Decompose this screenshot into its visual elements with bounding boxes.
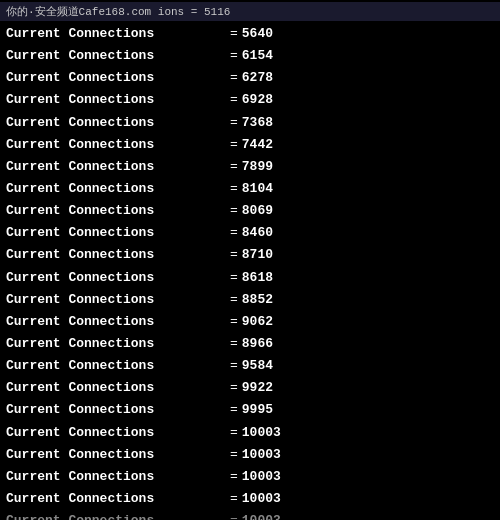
row-label: Current Connections — [6, 334, 226, 354]
table-row: Current Connections = 7368 — [0, 112, 500, 134]
row-equals: = — [230, 245, 238, 265]
row-value: 5640 — [242, 24, 273, 44]
row-equals: = — [230, 356, 238, 376]
row-equals: = — [230, 113, 238, 133]
row-equals: = — [230, 179, 238, 199]
table-row: Current Connections = 9995 — [0, 399, 500, 421]
row-value: 7368 — [242, 113, 273, 133]
row-label: Current Connections — [6, 511, 226, 520]
table-row: Current Connections = 8069 — [0, 200, 500, 222]
row-value: 8069 — [242, 201, 273, 221]
row-value: 7899 — [242, 157, 273, 177]
table-row: Current Connections = 8460 — [0, 222, 500, 244]
table-row: Current Connections = 5640 — [0, 23, 500, 45]
row-label: Current Connections — [6, 245, 226, 265]
row-value: 8966 — [242, 334, 273, 354]
table-row: Current Connections = 7442 — [0, 134, 500, 156]
row-label: Current Connections — [6, 157, 226, 177]
row-equals: = — [230, 268, 238, 288]
row-value: 10003 — [242, 511, 281, 520]
row-value: 10003 — [242, 423, 281, 443]
table-row: Current Connections = 10003 — [0, 466, 500, 488]
table-row: Current Connections = 8710 — [0, 244, 500, 266]
row-equals: = — [230, 290, 238, 310]
row-label: Current Connections — [6, 312, 226, 332]
table-row: Current Connections = 7899 — [0, 156, 500, 178]
row-value: 8104 — [242, 179, 273, 199]
row-equals: = — [230, 511, 238, 520]
row-label: Current Connections — [6, 68, 226, 88]
row-label: Current Connections — [6, 423, 226, 443]
table-row: Current Connections = 10003 — [0, 510, 500, 520]
row-value: 6154 — [242, 46, 273, 66]
row-label: Current Connections — [6, 489, 226, 509]
row-value: 9922 — [242, 378, 273, 398]
row-label: Current Connections — [6, 90, 226, 110]
row-label: Current Connections — [6, 400, 226, 420]
table-row: Current Connections = 10003 — [0, 488, 500, 510]
table-row: Current Connections = 10003 — [0, 422, 500, 444]
table-row: Current Connections = 8966 — [0, 333, 500, 355]
terminal-container: 你的·安全频道Cafe168.com ions = 5116 Current C… — [0, 0, 500, 520]
row-label: Current Connections — [6, 223, 226, 243]
row-equals: = — [230, 489, 238, 509]
header-bar: 你的·安全频道Cafe168.com ions = 5116 — [0, 2, 500, 21]
row-equals: = — [230, 24, 238, 44]
row-equals: = — [230, 334, 238, 354]
row-equals: = — [230, 467, 238, 487]
row-value: 10003 — [242, 445, 281, 465]
row-equals: = — [230, 46, 238, 66]
row-label: Current Connections — [6, 268, 226, 288]
row-label: Current Connections — [6, 467, 226, 487]
row-label: Current Connections — [6, 290, 226, 310]
table-row: Current Connections = 10003 — [0, 444, 500, 466]
row-label: Current Connections — [6, 179, 226, 199]
row-label: Current Connections — [6, 378, 226, 398]
row-equals: = — [230, 400, 238, 420]
row-value: 9584 — [242, 356, 273, 376]
table-row: Current Connections = 9062 — [0, 311, 500, 333]
row-value: 6928 — [242, 90, 273, 110]
table-row: Current Connections = 9922 — [0, 377, 500, 399]
row-equals: = — [230, 201, 238, 221]
row-label: Current Connections — [6, 445, 226, 465]
row-label: Current Connections — [6, 201, 226, 221]
row-label: Current Connections — [6, 24, 226, 44]
row-label: Current Connections — [6, 46, 226, 66]
table-row: Current Connections = 6154 — [0, 45, 500, 67]
row-equals: = — [230, 378, 238, 398]
table-row: Current Connections = 9584 — [0, 355, 500, 377]
row-value: 7442 — [242, 135, 273, 155]
row-equals: = — [230, 157, 238, 177]
row-value: 8710 — [242, 245, 273, 265]
row-equals: = — [230, 68, 238, 88]
row-value: 10003 — [242, 467, 281, 487]
row-value: 8852 — [242, 290, 273, 310]
row-equals: = — [230, 423, 238, 443]
row-value: 10003 — [242, 489, 281, 509]
row-label: Current Connections — [6, 135, 226, 155]
row-equals: = — [230, 312, 238, 332]
table-row: Current Connections = 8104 — [0, 178, 500, 200]
row-equals: = — [230, 445, 238, 465]
table-row: Current Connections = 8618 — [0, 267, 500, 289]
row-value: 9062 — [242, 312, 273, 332]
row-equals: = — [230, 90, 238, 110]
table-row: Current Connections = 6928 — [0, 89, 500, 111]
row-equals: = — [230, 223, 238, 243]
rows-container: Current Connections = 5640Current Connec… — [0, 23, 500, 520]
row-value: 8618 — [242, 268, 273, 288]
table-row: Current Connections = 8852 — [0, 289, 500, 311]
header-text: 你的·安全频道Cafe168.com ions = 5116 — [6, 6, 230, 18]
row-equals: = — [230, 135, 238, 155]
row-value: 8460 — [242, 223, 273, 243]
row-value: 9995 — [242, 400, 273, 420]
row-value: 6278 — [242, 68, 273, 88]
row-label: Current Connections — [6, 356, 226, 376]
table-row: Current Connections = 6278 — [0, 67, 500, 89]
row-label: Current Connections — [6, 113, 226, 133]
